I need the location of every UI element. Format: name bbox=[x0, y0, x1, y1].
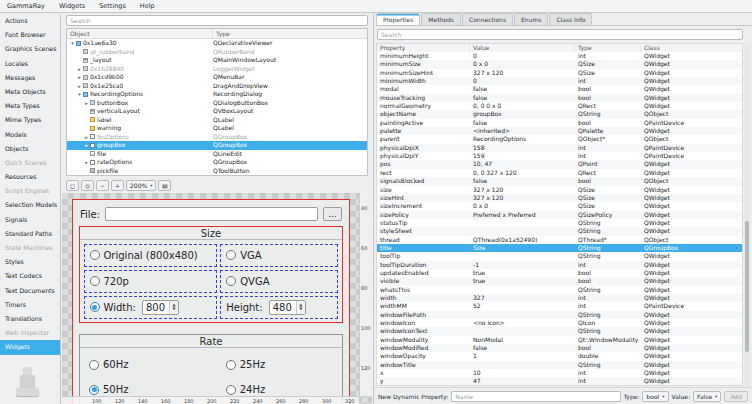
property-row-tooltipduration[interactable]: toolTipDuration-1intQWidget bbox=[377, 261, 742, 269]
tree-row-pickfile[interactable]: pickfileQToolButton bbox=[67, 167, 367, 176]
tab-methods[interactable]: Methods bbox=[421, 13, 461, 25]
property-row-windowfilepath[interactable]: windowFilePathQStringQWidget bbox=[377, 311, 742, 319]
sidebar-item-font-browser[interactable]: Font Browser bbox=[0, 28, 60, 42]
property-row-windowicontext[interactable]: windowIconTextQStringQWidget bbox=[377, 327, 742, 335]
sidebar-item-web-inspector[interactable]: Web Inspector bbox=[0, 326, 60, 340]
property-row-title[interactable]: titleSizeQStringQGroupBox bbox=[377, 244, 742, 252]
property-row-widthmm[interactable]: widthMM52intQPaintDevice bbox=[377, 302, 742, 310]
tree-row-0x1e25ca0[interactable]: ▸0x1e25ca0DragAndDropView bbox=[67, 82, 367, 91]
type-combo[interactable]: bool▾ bbox=[642, 391, 668, 402]
radio-width[interactable] bbox=[90, 302, 100, 312]
column-header-property[interactable]: Property bbox=[377, 44, 470, 52]
radio-720p[interactable] bbox=[90, 276, 100, 286]
menu-item-help[interactable]: Help bbox=[133, 0, 162, 12]
sidebar-item-objects[interactable]: Objects bbox=[0, 142, 60, 156]
property-row-minimumheight[interactable]: minimumHeight0intQWidget bbox=[377, 52, 742, 60]
tree-row-qt-rubberband[interactable]: qt_rubberbandQRubberBand bbox=[67, 48, 367, 57]
property-row-tooltip[interactable]: toolTipQStringQWidget bbox=[377, 252, 742, 260]
collapse-arrow-icon[interactable]: ▾ bbox=[69, 39, 76, 48]
add-property-button[interactable]: Add bbox=[724, 391, 748, 402]
zoom-out-icon[interactable]: − bbox=[96, 180, 109, 191]
tree-row-rateoptions[interactable]: ▸rateOptionsQGroupBox bbox=[67, 158, 367, 167]
sidebar-item-standard-paths[interactable]: Standard Paths bbox=[0, 227, 60, 241]
expand-arrow-icon[interactable]: ▸ bbox=[83, 141, 90, 150]
sidebar-item-timers[interactable]: Timers bbox=[0, 298, 60, 312]
tree-row-recordingoptions[interactable]: ▾RecordingOptionsRecordingDialog bbox=[67, 90, 367, 99]
sidebar-item-models[interactable]: Models bbox=[0, 128, 60, 142]
property-row-sizehint[interactable]: sizeHint327 x 120QSizeQWidget bbox=[377, 194, 742, 202]
radio-50hz[interactable] bbox=[89, 385, 99, 395]
tree-row-buttonbox[interactable]: ▸buttonBoxQDialogButtonBox bbox=[67, 99, 367, 108]
property-row-windowmodified[interactable]: windowModifiedfalseboolQWidget bbox=[377, 344, 742, 352]
property-row-x[interactable]: x10intQWidget bbox=[377, 369, 742, 377]
property-row-physicaldpiy[interactable]: physicalDpiY159intQPaintDevice bbox=[377, 152, 742, 160]
property-row-paintingactive[interactable]: paintingActivefalseboolQPaintDevice bbox=[377, 119, 742, 127]
sidebar-item-text-codecs[interactable]: Text Codecs bbox=[0, 269, 60, 283]
property-row-y[interactable]: y47intQWidget bbox=[377, 377, 742, 385]
menu-item-widgets[interactable]: Widgets bbox=[52, 0, 92, 12]
tab-class-info[interactable]: Class Info bbox=[549, 13, 592, 25]
property-row-sizeincrement[interactable]: sizeIncrement0 x 0QSizeQWidget bbox=[377, 202, 742, 210]
scrollbar-thumb[interactable] bbox=[745, 221, 749, 351]
tab-properties[interactable]: Properties bbox=[376, 13, 420, 25]
sidebar-item-quick-scenes[interactable]: Quick Scenes bbox=[0, 156, 60, 170]
property-row-whatsthis[interactable]: whatsThisQStringQWidget bbox=[377, 286, 742, 294]
zoom-combo[interactable]: 200%▾ bbox=[126, 180, 156, 191]
tree-row-file[interactable]: fileQLineEdit bbox=[67, 150, 367, 159]
sidebar-item-signals[interactable]: Signals bbox=[0, 213, 60, 227]
radio-60hz[interactable] bbox=[89, 360, 99, 370]
sidebar-item-meta-types[interactable]: Meta Types bbox=[0, 99, 60, 113]
spinbox-width[interactable]: 800▲▼ bbox=[142, 300, 179, 315]
collapse-arrow-icon[interactable]: ▾ bbox=[76, 90, 83, 99]
column-header-class[interactable]: Class bbox=[641, 44, 742, 52]
property-row-updatesenabled[interactable]: updatesEnabledtrueboolQWidget bbox=[377, 269, 742, 277]
expand-arrow-icon[interactable]: ▸ bbox=[76, 82, 83, 91]
column-header-type[interactable]: Type bbox=[213, 29, 367, 38]
expand-arrow-icon[interactable]: ▸ bbox=[76, 73, 83, 82]
property-row-visible[interactable]: visibletrueboolQWidget bbox=[377, 277, 742, 285]
widget-preview[interactable]: File: ... Size Original (800x480)VGA720p… bbox=[62, 193, 372, 404]
tree-row-0x1b28840[interactable]: ▸0x1b28840LoggerWidget bbox=[67, 65, 367, 74]
column-header-value[interactable]: Value bbox=[470, 44, 575, 52]
tree-row-fpsoptions[interactable]: ▸fpsOptionsQGroupBox bbox=[67, 133, 367, 142]
sidebar-item-selection-models[interactable]: Selection Models bbox=[0, 198, 60, 212]
property-row-physicaldpix[interactable]: physicalDpiX158intQPaintDevice bbox=[377, 144, 742, 152]
expand-arrow-icon[interactable]: ▸ bbox=[76, 65, 83, 74]
menu-item-gammaray[interactable]: GammaRay bbox=[0, 0, 52, 12]
tree-row-verticallayout[interactable]: verticalLayoutQVBoxLayout bbox=[67, 107, 367, 116]
browse-button[interactable]: ... bbox=[323, 207, 342, 221]
vertical-scrollbar[interactable] bbox=[744, 43, 750, 386]
property-row-thread[interactable]: threadQThread(0x1a52490)QThread*QObject bbox=[377, 236, 742, 244]
sidebar-item-translations[interactable]: Translations bbox=[0, 312, 60, 326]
sidebar-item-styles[interactable]: Styles bbox=[0, 255, 60, 269]
property-row-objectname[interactable]: objectNamegroupBoxQStringQObject bbox=[377, 110, 742, 118]
expand-arrow-icon[interactable]: ▸ bbox=[83, 99, 90, 108]
property-row-windowicon[interactable]: windowIcon<no icon>QIconQWidget bbox=[377, 319, 742, 327]
property-row-stylesheet[interactable]: styleSheetQStringQWidget bbox=[377, 227, 742, 235]
screenshot-icon[interactable]: ▤ bbox=[158, 180, 171, 191]
tree-row-groupbox[interactable]: ▸groupBoxQGroupBox bbox=[67, 141, 367, 150]
property-row-parent[interactable]: parentRecordingOptionsQObject*QObject bbox=[377, 135, 742, 143]
tree-row-0x1ae6a30[interactable]: ▾0x1ae6a30QDeclarativeViewer bbox=[67, 39, 367, 48]
property-row-normalgeometry[interactable]: normalGeometry0, 0 0 x 0QRectQWidget bbox=[377, 102, 742, 110]
property-search-input[interactable] bbox=[377, 29, 743, 40]
property-row-modal[interactable]: modalfalseboolQWidget bbox=[377, 85, 742, 93]
property-row-minimumsizehint[interactable]: minimumSizeHint327 x 120QSizeQWidget bbox=[377, 69, 742, 77]
property-row-minimumwidth[interactable]: minimumWidth0intQWidget bbox=[377, 77, 742, 85]
property-row-signalsblocked[interactable]: signalsBlockedfalseboolQObject bbox=[377, 177, 742, 185]
tab-enums[interactable]: Enums bbox=[514, 13, 548, 25]
value-combo[interactable]: False▾ bbox=[693, 391, 721, 402]
sidebar-item-locales[interactable]: Locales bbox=[0, 57, 60, 71]
expand-arrow-icon[interactable]: ▸ bbox=[83, 158, 90, 167]
property-row-windowtitle[interactable]: windowTitleQStringQWidget bbox=[377, 361, 742, 369]
sidebar-item-meta-objects[interactable]: Meta Objects bbox=[0, 85, 60, 99]
column-header-object[interactable]: Object bbox=[67, 29, 213, 38]
radio-original-800x480[interactable] bbox=[90, 250, 100, 260]
column-header-type[interactable]: Type bbox=[575, 44, 641, 52]
pick-widget-icon[interactable]: ◎ bbox=[81, 180, 94, 191]
tree-row-warning[interactable]: warningQLabel bbox=[67, 124, 367, 133]
property-row-size[interactable]: size327 x 120QSizeQWidget bbox=[377, 186, 742, 194]
radio-vga[interactable] bbox=[226, 250, 236, 260]
tree-row-layout[interactable]: _layoutQMainWindowLayout bbox=[67, 56, 367, 65]
expand-arrow-icon[interactable]: ▸ bbox=[83, 133, 90, 142]
